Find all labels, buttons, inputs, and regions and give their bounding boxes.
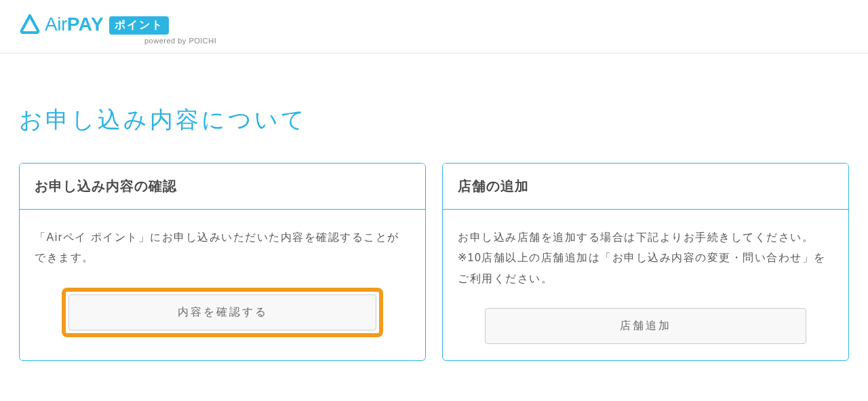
page-title: お申し込み内容について [19, 104, 849, 136]
button-wrapper: 内容を確認する [35, 288, 410, 337]
logo-subtitle: powered by POICHI [144, 37, 849, 45]
card-description: 「Airペイ ポイント」にお申し込みいただいた内容を確認することができます。 [35, 227, 410, 269]
card-confirm-application: お申し込み内容の確認 「Airペイ ポイント」にお申し込みいただいた内容を確認す… [19, 163, 426, 361]
confirm-content-button[interactable]: 内容を確認する [68, 294, 376, 330]
card-header: 店舗の追加 [443, 164, 848, 210]
card-description: お申し込み店舗を追加する場合は下記よりお手続きしてください。※10店舗以上の店舗… [458, 227, 833, 289]
card-header: お申し込み内容の確認 [20, 164, 425, 210]
card-body: 「Airペイ ポイント」にお申し込みいただいた内容を確認することができます。 内… [20, 210, 425, 354]
cards-container: お申し込み内容の確認 「Airペイ ポイント」にお申し込みいただいた内容を確認す… [19, 163, 849, 361]
card-add-store: 店舗の追加 お申し込み店舗を追加する場合は下記よりお手続きしてください。※10店… [442, 163, 849, 361]
logo-triangle-icon [19, 14, 41, 35]
logo-badge: ポイント [109, 16, 169, 35]
content: お申し込み内容について お申し込み内容の確認 「Airペイ ポイント」にお申し込… [0, 54, 868, 381]
logo-text-air: Air [45, 14, 67, 35]
card-body: お申し込み店舗を追加する場合は下記よりお手続きしてください。※10店舗以上の店舗… [443, 210, 848, 360]
card-title: お申し込み内容の確認 [35, 177, 410, 195]
header: Air PAY ポイント powered by POICHI [0, 0, 868, 54]
card-title: 店舗の追加 [458, 177, 833, 195]
button-highlight-frame: 内容を確認する [62, 288, 383, 337]
logo-text-pay: PAY [67, 14, 104, 35]
add-store-button[interactable]: 店舗追加 [485, 308, 806, 344]
logo-container: Air PAY ポイント [19, 14, 849, 35]
button-wrapper: 店舗追加 [458, 308, 833, 344]
